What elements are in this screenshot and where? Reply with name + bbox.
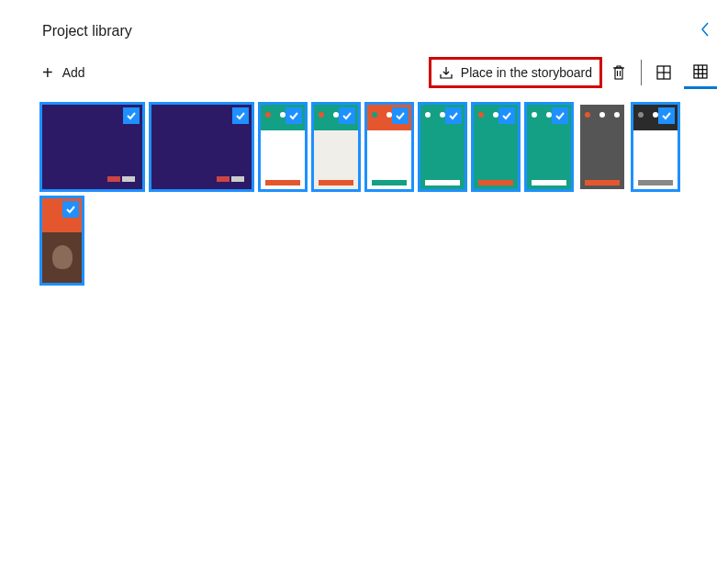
place-icon bbox=[439, 65, 454, 80]
thumbnail[interactable] bbox=[527, 105, 571, 189]
thumbnail[interactable] bbox=[151, 105, 252, 189]
delete-button[interactable] bbox=[602, 56, 635, 89]
selected-check-icon bbox=[658, 107, 675, 124]
thumbnail[interactable] bbox=[633, 105, 678, 189]
view-large-button[interactable] bbox=[647, 56, 680, 89]
plus-icon: + bbox=[42, 63, 53, 82]
project-library-panel: Project library + Add Place in the story… bbox=[0, 13, 728, 292]
thumbnail[interactable] bbox=[314, 105, 358, 189]
page-title: Project library bbox=[11, 23, 132, 39]
separator bbox=[641, 60, 642, 85]
collapse-button[interactable] bbox=[693, 19, 717, 43]
thumbnail[interactable] bbox=[580, 105, 624, 189]
selected-check-icon bbox=[286, 107, 302, 124]
selected-check-icon bbox=[232, 107, 249, 124]
trash-icon bbox=[611, 64, 626, 81]
header: Project library bbox=[11, 13, 717, 50]
thumbnail[interactable] bbox=[42, 198, 82, 283]
thumbnail[interactable] bbox=[261, 105, 305, 189]
thumbnail[interactable] bbox=[367, 105, 411, 189]
selected-check-icon bbox=[339, 107, 355, 124]
svg-rect-0 bbox=[615, 68, 622, 79]
selected-check-icon bbox=[552, 107, 568, 124]
selected-check-icon bbox=[445, 107, 462, 124]
thumbnail[interactable] bbox=[474, 105, 518, 189]
selected-check-icon bbox=[498, 107, 515, 124]
toolbar: + Add Place in the storyboard bbox=[11, 50, 717, 96]
thumbnail[interactable] bbox=[420, 105, 465, 189]
selected-check-icon bbox=[123, 107, 140, 124]
chevron-left-icon bbox=[699, 21, 711, 38]
selected-check-icon bbox=[62, 201, 79, 218]
selected-check-icon bbox=[392, 107, 409, 124]
grid-3x3-icon bbox=[693, 64, 708, 79]
add-label: Add bbox=[62, 65, 85, 80]
add-button[interactable]: + Add bbox=[42, 60, 85, 85]
grid-2x2-icon bbox=[656, 65, 671, 80]
thumbnail[interactable] bbox=[42, 105, 142, 189]
view-small-button[interactable] bbox=[684, 56, 717, 89]
svg-rect-6 bbox=[694, 65, 707, 78]
thumbnail-grid bbox=[11, 96, 717, 292]
place-label: Place in the storyboard bbox=[461, 65, 592, 80]
place-in-storyboard-button[interactable]: Place in the storyboard bbox=[429, 57, 602, 88]
view-switcher bbox=[647, 56, 717, 89]
